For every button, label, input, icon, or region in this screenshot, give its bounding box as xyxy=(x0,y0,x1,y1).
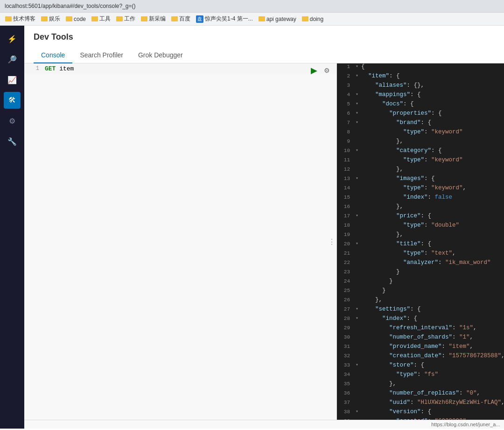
json-line: 9 }, xyxy=(337,138,504,147)
json-collapse-arrow[interactable]: ▾ xyxy=(354,241,360,246)
json-line-number: 10 xyxy=(337,147,354,153)
folder-icon xyxy=(141,16,147,21)
json-collapse-arrow[interactable]: ▾ xyxy=(354,63,360,69)
tab-console[interactable]: Console xyxy=(34,48,72,63)
json-line-content: "index": { xyxy=(360,315,504,322)
json-line-number: 34 xyxy=(337,371,354,377)
json-line-content: "item": { xyxy=(360,73,504,79)
json-line-number: 7 xyxy=(337,119,354,125)
json-line-content: "creation_date": "1575786728588", xyxy=(360,353,504,359)
json-collapse-arrow[interactable]: ▾ xyxy=(354,119,360,125)
bookmark-item-4[interactable]: 工作 xyxy=(115,14,137,23)
bookmark-label: code xyxy=(74,16,86,22)
editor-settings-button[interactable]: ⚙ xyxy=(322,66,332,75)
tab-bar: Console Search Profiler Grok Debugger xyxy=(34,48,496,63)
json-line-content: "aliases": {}, xyxy=(360,82,504,89)
bookmark-item-9[interactable]: doing xyxy=(301,15,325,23)
json-line: 14 "type": "keyword", xyxy=(337,185,504,194)
tab-grok-debugger[interactable]: Grok Debugger xyxy=(131,48,190,63)
json-line-number: 4 xyxy=(337,91,354,97)
json-collapse-arrow[interactable]: ▾ xyxy=(354,73,360,78)
json-line-number: 35 xyxy=(337,381,354,387)
json-line-number: 37 xyxy=(337,399,354,405)
json-line-number: 16 xyxy=(337,203,354,209)
json-collapse-arrow[interactable]: ▾ xyxy=(354,362,360,368)
json-line-content: }, xyxy=(360,203,504,210)
folder-icon xyxy=(66,16,72,21)
json-collapse-arrow[interactable]: ▾ xyxy=(354,306,360,312)
json-line-number: 6 xyxy=(337,110,354,116)
bookmark-item-6[interactable]: 百度 xyxy=(170,14,192,23)
json-line: 29 "refresh_interval": "1s", xyxy=(337,325,504,334)
json-line-number: 23 xyxy=(337,269,354,275)
bookmark-item-0[interactable]: 技术博客 xyxy=(4,14,37,23)
main-content: Dev Tools Console Search Profiler Grok D… xyxy=(24,26,504,429)
json-line-number: 17 xyxy=(337,213,354,219)
panel-drag-handle[interactable]: ⋮ xyxy=(328,237,336,246)
json-line: 34 "type": "fs" xyxy=(337,371,504,381)
json-collapse-arrow[interactable]: ▾ xyxy=(354,409,360,414)
json-line-number: 22 xyxy=(337,259,354,265)
json-collapse-arrow[interactable]: ▾ xyxy=(354,101,360,106)
browser-url-bar[interactable]: localhost:5601/app/kibana#/dev_tools/con… xyxy=(0,0,504,13)
json-line: 32 "creation_date": "1575786728588", xyxy=(337,353,504,362)
json-line: 25 } xyxy=(337,287,504,297)
json-line: 11 "type": "keyword" xyxy=(337,157,504,166)
url-text: localhost:5601/app/kibana#/dev_tools/con… xyxy=(5,3,136,9)
json-collapse-arrow[interactable]: ▾ xyxy=(354,147,360,153)
json-line-content: "title": { xyxy=(360,241,504,247)
bookmark-item-7[interactable]: 盘惊声尖笑1-4 第一... xyxy=(195,14,254,23)
json-line: 30 "number_of_shards": "1", xyxy=(337,334,504,343)
json-collapse-arrow[interactable]: ▾ xyxy=(354,315,360,321)
bookmark-item-3[interactable]: 工具 xyxy=(90,14,112,23)
run-button[interactable]: ▶ xyxy=(309,64,319,76)
json-line-content: }, xyxy=(360,138,504,145)
json-output-panel[interactable]: 1▾{2▾ "item": {3 "aliases": {},4▾ "mappi… xyxy=(337,63,504,420)
json-line: 1▾{ xyxy=(337,63,504,73)
json-line-number: 31 xyxy=(337,343,354,349)
sidebar-icon-devtools[interactable]: 🛠 xyxy=(4,92,21,109)
bookmark-label: api gateway xyxy=(266,16,296,22)
json-line-number: 14 xyxy=(337,185,354,191)
json-line-number: 1 xyxy=(337,63,354,69)
bookmark-item-8[interactable]: api gateway xyxy=(257,15,298,23)
sidebar: ⚡ 🔎 📈 🛠 ⚙ 🔧 xyxy=(0,26,24,429)
json-collapse-arrow[interactable]: ▾ xyxy=(354,175,360,181)
json-line-number: 27 xyxy=(337,306,354,312)
bookmark-item-1[interactable]: 娱乐 xyxy=(40,14,62,23)
line-content-1[interactable]: GET item xyxy=(43,65,336,72)
tab-search-profiler[interactable]: Search Profiler xyxy=(72,48,131,63)
json-line: 4▾ "mappings": { xyxy=(337,91,504,101)
json-collapse-arrow[interactable]: ▾ xyxy=(354,91,360,97)
json-line-content: } xyxy=(360,269,504,275)
json-line: 5▾ "docs": { xyxy=(337,101,504,110)
json-line-number: 15 xyxy=(337,194,354,200)
json-line: 13▾ "images": { xyxy=(337,175,504,185)
json-line-number: 21 xyxy=(337,250,354,256)
json-line-content: "category": { xyxy=(360,147,504,154)
json-line: 24 } xyxy=(337,278,504,287)
sidebar-icon-5[interactable]: 🔧 xyxy=(4,133,21,150)
json-line-content: "refresh_interval": "1s", xyxy=(360,325,504,331)
json-line-content: "images": { xyxy=(360,175,504,182)
sidebar-icon-2[interactable]: 📈 xyxy=(4,71,21,88)
folder-icon xyxy=(5,16,12,21)
json-line: 26 }, xyxy=(337,297,504,306)
json-line-content: }, xyxy=(360,381,504,387)
sidebar-icon-0[interactable]: ⚡ xyxy=(4,30,21,47)
folder-icon xyxy=(41,16,48,21)
json-line-number: 36 xyxy=(337,390,354,396)
json-line-number: 20 xyxy=(337,241,354,247)
bookmark-item-2[interactable]: code xyxy=(64,15,87,23)
json-line-content: "type": "double" xyxy=(360,222,504,229)
sidebar-icon-1[interactable]: 🔎 xyxy=(4,51,21,68)
json-collapse-arrow[interactable]: ▾ xyxy=(354,110,360,116)
json-collapse-arrow[interactable]: ▾ xyxy=(354,213,360,218)
bookmark-label: doing xyxy=(310,16,323,22)
sidebar-icon-4[interactable]: ⚙ xyxy=(4,112,21,129)
request-path[interactable]: item xyxy=(59,65,74,72)
page-title: Dev Tools xyxy=(34,32,496,42)
folder-icon xyxy=(91,16,98,21)
bookmark-item-5[interactable]: 新采编 xyxy=(140,14,167,23)
json-line: 28▾ "index": { xyxy=(337,315,504,325)
